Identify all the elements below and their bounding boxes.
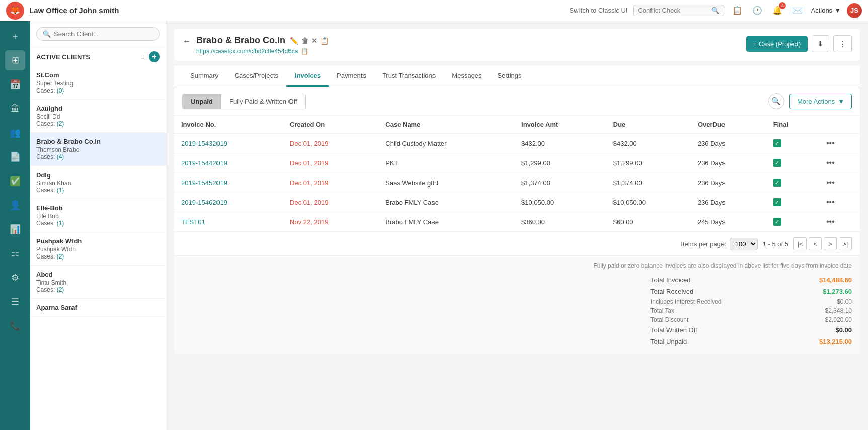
close-icon[interactable]: ✕ [311, 37, 317, 45]
row-dots-btn[interactable]: ••• [826, 217, 835, 226]
final-cell: ✓ [766, 134, 819, 153]
avatar[interactable]: JS [847, 3, 862, 18]
prev-page-btn[interactable]: < [809, 237, 822, 250]
copy-url-icon[interactable]: 📋 [301, 48, 308, 55]
filter-icon[interactable]: ≡ [140, 53, 144, 61]
col-due: Due [606, 116, 691, 134]
final-checkbox[interactable]: ✓ [773, 218, 781, 226]
last-page-btn[interactable]: >| [839, 237, 852, 250]
created-on-cell: Dec 01, 2019 [282, 153, 378, 173]
row-dots-btn[interactable]: ••• [826, 198, 835, 206]
actions-dropdown-btn[interactable]: Actions ▼ [811, 7, 841, 14]
search-client-input[interactable] [54, 30, 153, 38]
client-item[interactable]: Elle-Bob Elle Bob Cases: (1) [30, 199, 166, 232]
tab-summary[interactable]: Summary [182, 66, 227, 87]
copy-icon[interactable]: 📋 [320, 37, 329, 45]
client-url: https://casefox.com/cfbd2c8e454d6ca 📋 [196, 48, 329, 55]
email-icon-btn[interactable]: ✉️ [790, 4, 805, 18]
download-btn[interactable]: ⬇ [812, 35, 829, 52]
sidebar-icon-person[interactable]: 👤 [5, 195, 25, 215]
final-checkbox[interactable]: ✓ [773, 179, 781, 187]
invoice-amt-cell: $10,050.00 [514, 193, 606, 212]
final-cell: ✓ [766, 212, 819, 232]
invoice-amt-cell: $1,374.00 [514, 173, 606, 193]
sidebar-icon-phone[interactable]: 📞 [5, 316, 25, 336]
invoice-no-cell[interactable]: 2019-15462019 [174, 193, 282, 212]
sidebar-icon-grid[interactable]: ⊞ [5, 50, 25, 70]
chevron-down-icon: ▼ [838, 98, 844, 105]
add-case-btn[interactable]: + Case (Project) [746, 36, 808, 52]
client-item[interactable]: Aparna Saraf [30, 299, 166, 317]
row-actions-cell[interactable]: ••• [819, 134, 860, 153]
sidebar-icon-building[interactable]: 🏛 [5, 99, 25, 119]
first-page-btn[interactable]: |< [793, 237, 807, 250]
sidebar-icon-calendar[interactable]: 📅 [5, 74, 25, 95]
unpaid-filter-btn[interactable]: Unpaid [183, 94, 221, 109]
row-actions-cell[interactable]: ••• [819, 212, 860, 232]
row-actions-cell[interactable]: ••• [819, 173, 860, 193]
col-actions [819, 116, 860, 134]
sidebar-icon-task[interactable]: ✅ [5, 171, 25, 191]
search-input-wrap: 🔍 [36, 27, 160, 41]
add-client-btn[interactable]: + [149, 51, 160, 62]
client-item-active[interactable]: Brabo & Brabo Co.In Thomson Brabo Cases:… [30, 133, 166, 166]
more-options-btn[interactable]: ⋮ [833, 35, 852, 52]
search-icon[interactable]: 🔍 [711, 7, 719, 14]
table-row: TEST01 Nov 22, 2019 Brabo FMLY Case $360… [174, 212, 860, 232]
client-item[interactable]: Pushpak Wfdh Pushpak Wfdh Cases: (2) [30, 232, 166, 266]
final-checkbox[interactable]: ✓ [773, 198, 781, 206]
tab-payments[interactable]: Payments [329, 66, 374, 87]
invoice-no-cell[interactable]: TEST01 [174, 212, 282, 232]
sidebar-icon-settings[interactable]: ⚙ [5, 268, 25, 288]
invoice-no-cell[interactable]: 2019-15432019 [174, 134, 282, 153]
invoice-no-cell[interactable]: 2019-15452019 [174, 173, 282, 193]
final-checkbox[interactable]: ✓ [773, 159, 781, 167]
row-dots-btn[interactable]: ••• [826, 158, 835, 167]
row-actions-cell[interactable]: ••• [819, 193, 860, 212]
case-name-cell: Brabo FMLY Case [378, 193, 514, 212]
items-per-page-select[interactable]: 100 50 25 [730, 238, 758, 250]
switch-classic-btn[interactable]: Switch to Classic UI [570, 7, 628, 14]
calendar-icon-btn[interactable]: 📋 [730, 4, 744, 18]
invoice-no-cell[interactable]: 2019-15442019 [174, 153, 282, 173]
due-cell: $10,050.00 [606, 193, 691, 212]
back-arrow-btn[interactable]: ← [182, 36, 191, 47]
more-actions-btn[interactable]: More Actions ▼ [789, 94, 852, 109]
row-dots-btn[interactable]: ••• [826, 139, 835, 147]
tab-messages[interactable]: Messages [444, 66, 489, 87]
tab-trust[interactable]: Trust Transactions [374, 66, 444, 87]
tab-invoices[interactable]: Invoices [286, 66, 329, 87]
invoice-panel: Unpaid Fully Paid & Written Off 🔍 More A… [174, 87, 860, 255]
client-title-block: Brabo & Brabo Co.In ✏️ 🗑 ✕ 📋 https://cas… [196, 35, 329, 55]
invoice-filter-group: Unpaid Fully Paid & Written Off [182, 94, 306, 109]
client-item[interactable]: St.Com Super Testing Cases: (0) [30, 66, 166, 100]
sidebar-icon-users[interactable]: 👥 [5, 123, 25, 143]
overdue-cell: 236 Days [691, 134, 766, 153]
sidebar-icon-document[interactable]: 📄 [5, 147, 25, 167]
client-item[interactable]: Ddlg Simran Khan Cases: (1) [30, 166, 166, 199]
next-page-btn[interactable]: > [824, 237, 837, 250]
conflict-check-input[interactable] [638, 7, 708, 14]
sidebar-icon-bar-chart[interactable]: 📊 [5, 219, 25, 239]
table-search-btn[interactable]: 🔍 [768, 93, 784, 109]
client-item[interactable]: Aauighd Secili Dd Cases: (2) [30, 100, 166, 133]
client-item[interactable]: Abcd Tintu Smith Cases: (2) [30, 266, 166, 299]
includes-interest-row: Includes Interest Received $0.00 [650, 297, 852, 306]
tab-settings[interactable]: Settings [490, 66, 530, 87]
paid-filter-btn[interactable]: Fully Paid & Written Off [221, 94, 305, 109]
sidebar-icon-list[interactable]: ☰ [5, 292, 25, 312]
search-icon: 🔍 [43, 30, 51, 38]
invoice-amt-cell: $360.00 [514, 212, 606, 232]
edit-icon[interactable]: ✏️ [290, 37, 298, 45]
sidebar-icon-apps[interactable]: ⚏ [5, 243, 25, 264]
sidebar-icon-add[interactable]: ＋ [5, 26, 25, 46]
row-dots-btn[interactable]: ••• [826, 178, 835, 187]
tab-cases[interactable]: Cases/Projects [227, 66, 286, 87]
due-cell: $432.00 [606, 134, 691, 153]
row-actions-cell[interactable]: ••• [819, 153, 860, 173]
table-row: 2019-15452019 Dec 01, 2019 Saas Website … [174, 173, 860, 193]
clock-icon-btn[interactable]: 🕐 [750, 4, 764, 18]
final-checkbox[interactable]: ✓ [773, 139, 781, 147]
notification-bell-btn[interactable]: 🔔 4 [770, 4, 784, 18]
delete-icon[interactable]: 🗑 [301, 37, 308, 45]
